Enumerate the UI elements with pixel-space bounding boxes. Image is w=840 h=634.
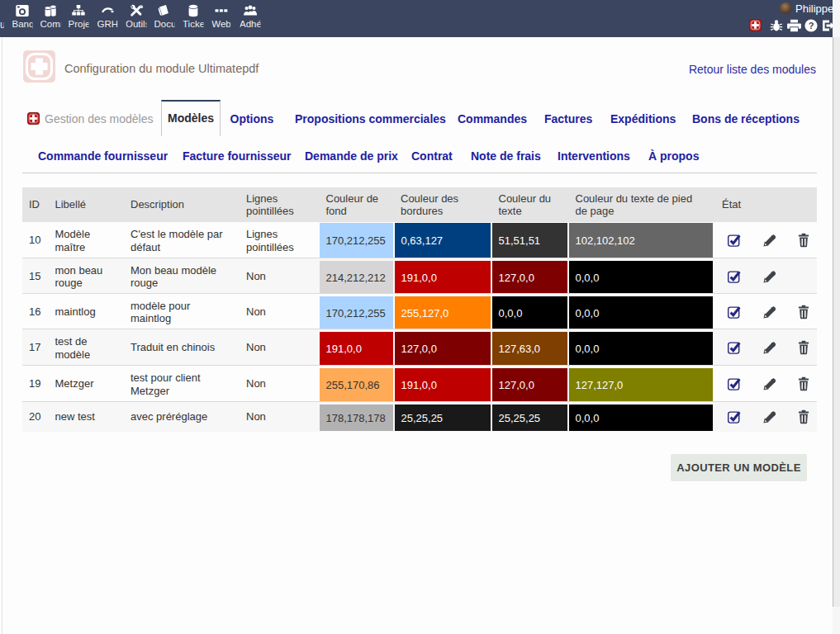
svg-text:?: ? [809,21,814,31]
